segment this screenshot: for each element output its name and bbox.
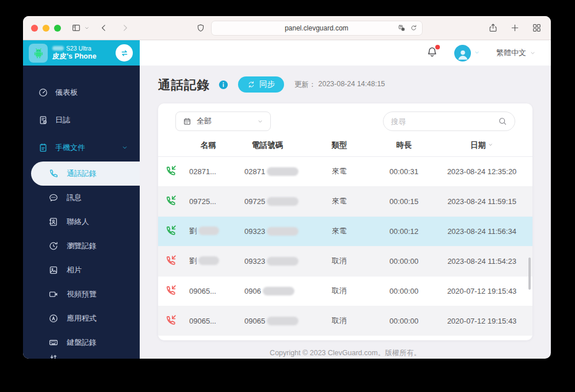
translate-icon[interactable]	[398, 24, 405, 32]
call-date: 2020-07-12 19:15:43	[431, 276, 532, 306]
reload-icon[interactable]	[410, 24, 417, 32]
redacted-name	[198, 226, 219, 235]
call-type: 來電	[302, 156, 377, 186]
sidebar-item-label: 訊息	[67, 193, 82, 203]
notification-dot	[435, 45, 440, 49]
device-header: S23 Ultra 皮皮's Phone	[23, 40, 140, 66]
journal-icon	[38, 115, 48, 125]
call-log-row[interactable]: 09065...09065取消00:00:002020-07-12 19:15:…	[158, 306, 532, 336]
call-duration: 00:00:00	[377, 306, 431, 336]
sidebar-item-label: 視頻預覽	[67, 289, 97, 299]
url-text: panel.clevguard.com	[285, 24, 348, 32]
main-content: 通話記錄 同步 更新： 2023-08-24 14:48:15 全部	[140, 66, 551, 359]
address-bar[interactable]: panel.clevguard.com	[211, 21, 423, 36]
sidebar-item-label: 日誌	[55, 115, 70, 125]
language-selector[interactable]: 繁體中文	[496, 48, 536, 58]
close-window-button[interactable]	[31, 25, 38, 32]
device-model: S23 Ultra	[52, 45, 97, 52]
chevron-down-icon	[121, 144, 128, 151]
call-date: 2020-07-12 19:15:43	[431, 306, 532, 336]
tab-overview-icon[interactable]	[532, 23, 542, 33]
chevron-down-icon[interactable]	[84, 25, 90, 31]
new-tab-icon[interactable]	[510, 23, 520, 33]
cancelled-call-icon	[164, 283, 178, 297]
sidebar-item-call-records[interactable]: 通話記錄	[31, 162, 140, 186]
sidebar-item-label: 瀏覽記錄	[67, 241, 97, 251]
traffic-lights	[31, 25, 61, 32]
sidebar-nav: 儀表板日誌手機文件通話記錄訊息聯絡人瀏覽記錄相片視頻預覽應用程式鍵盤記錄	[23, 66, 140, 359]
call-log-row[interactable]: 09065...0906取消00:00:002020-07-12 19:15:4…	[158, 276, 532, 306]
browser-toolbar: panel.clevguard.com	[23, 16, 551, 40]
apps-icon	[48, 313, 59, 324]
sidebar-item-dashboard[interactable]: 儀表板	[23, 79, 140, 106]
call-name: 09725...	[183, 186, 233, 216]
call-log-row[interactable]: 09725...09725來電00:00:152023-08-24 11:59:…	[158, 186, 532, 216]
sidebar-item-more-partial[interactable]	[23, 355, 140, 359]
call-log-table: 名稱電話號碼類型時長日期 02871...02871來電00:00:312023…	[158, 134, 532, 336]
sidebar-item-video-preview[interactable]: 視頻預覽	[23, 282, 140, 306]
sidebar-item-browsing-history[interactable]: 瀏覽記錄	[23, 234, 140, 258]
call-name: 劉	[183, 216, 233, 246]
redacted-model-prefix	[52, 46, 64, 51]
cancelled-call-icon	[164, 313, 178, 326]
notifications-button[interactable]	[426, 46, 438, 60]
call-date: 2023-08-24 11:56:34	[431, 216, 532, 246]
sidebar-item-phone-files[interactable]: 手機文件	[23, 134, 140, 162]
redacted-phone	[267, 227, 298, 236]
incoming-call-icon	[164, 164, 178, 177]
sidebar-item-messages[interactable]: 訊息	[23, 186, 140, 210]
column-header[interactable]: 日期	[431, 134, 532, 156]
col-icon	[158, 134, 183, 156]
sidebar-item-contacts[interactable]: 聯絡人	[23, 210, 140, 234]
desktop-background: panel.clevguard.com S23 Ultra	[0, 0, 575, 392]
call-date: 2023-08-24 12:35:20	[431, 156, 532, 186]
sidebar-item-keyboard-records[interactable]: 鍵盤記錄	[23, 330, 140, 355]
message-icon	[48, 193, 59, 203]
switch-device-button[interactable]	[116, 44, 133, 62]
call-type: 取消	[302, 306, 377, 336]
sync-button[interactable]: 同步	[238, 76, 284, 93]
privacy-shield-icon[interactable]	[196, 24, 205, 33]
call-name: 09065...	[183, 276, 233, 306]
sidebar-item-logs[interactable]: 日誌	[23, 106, 140, 134]
call-phone: 09323	[233, 246, 302, 276]
photo-icon	[48, 265, 59, 275]
call-phone: 09323	[233, 216, 302, 246]
sidebar-item-label: 通話記錄	[67, 168, 97, 179]
info-icon[interactable]	[218, 79, 229, 90]
contacts-icon	[48, 217, 59, 227]
column-header: 時長	[377, 134, 431, 156]
back-button[interactable]	[99, 23, 109, 33]
phone-icon	[48, 168, 59, 179]
date-filter-dropdown[interactable]: 全部	[175, 112, 271, 131]
incoming-call-icon	[164, 194, 178, 207]
refresh-icon	[247, 80, 255, 89]
share-icon[interactable]	[488, 23, 498, 33]
search-icon[interactable]	[498, 117, 507, 126]
call-phone: 02871	[233, 156, 302, 186]
search-input[interactable]	[391, 117, 498, 126]
call-duration: 00:00:31	[377, 156, 431, 186]
sidebar-item-photos[interactable]: 相片	[23, 258, 140, 282]
sidebar-item-apps[interactable]: 應用程式	[23, 306, 140, 330]
keyboard-icon	[48, 337, 59, 348]
scrollbar-thumb[interactable]	[528, 258, 531, 290]
calendar-icon	[183, 117, 191, 126]
sidebar-toggle-icon[interactable]	[71, 23, 81, 33]
sort-chevron-icon[interactable]	[486, 141, 493, 149]
sliders-icon	[48, 355, 59, 359]
call-log-row[interactable]: 劉09323來電00:00:122023-08-24 11:56:34	[158, 216, 532, 246]
minimize-window-button[interactable]	[43, 25, 49, 32]
call-duration: 00:00:00	[377, 276, 431, 306]
redacted-name	[198, 256, 219, 265]
forward-button[interactable]	[120, 23, 130, 33]
call-duration: 00:00:15	[377, 186, 431, 216]
video-icon	[48, 289, 59, 299]
call-phone: 09065	[233, 306, 302, 336]
call-log-row[interactable]: 劉09323取消00:00:002023-08-24 11:54:23	[158, 246, 532, 276]
call-type: 取消	[302, 276, 377, 306]
zoom-window-button[interactable]	[54, 25, 61, 32]
account-menu[interactable]	[454, 45, 480, 62]
redacted-phone	[267, 317, 298, 325]
call-log-row[interactable]: 02871...02871來電00:00:312023-08-24 12:35:…	[158, 156, 532, 186]
